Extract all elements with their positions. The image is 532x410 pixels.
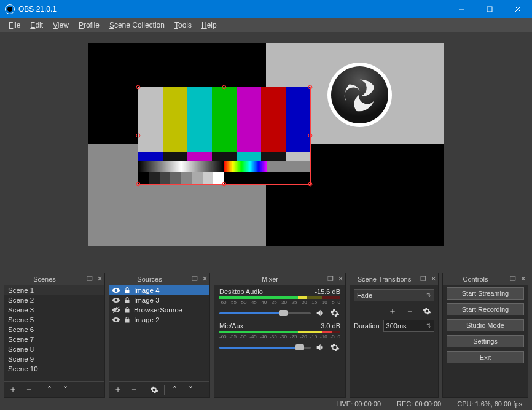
dock-title: Scene Transitions [350, 276, 418, 283]
settings-button[interactable]: Settings [447, 335, 524, 347]
channel-name: Mic/Aux [219, 322, 243, 330]
channel-settings-button[interactable] [329, 342, 340, 353]
scene-list[interactable]: Scene 1Scene 2Scene 3Scene 5Scene 6Scene… [4, 285, 104, 381]
scene-item[interactable]: Scene 5 [4, 315, 104, 325]
volume-slider[interactable] [219, 343, 311, 352]
move-scene-up-button[interactable]: ˄ [43, 384, 55, 396]
scene-item[interactable]: Scene 8 [4, 344, 104, 354]
move-scene-down-button[interactable]: ˅ [59, 384, 71, 396]
channel-settings-button[interactable] [329, 308, 340, 319]
status-cpu: CPU: 1.6%, 60.00 fps [457, 400, 522, 408]
dock-close-icon[interactable]: ✕ [428, 275, 438, 283]
dock-close-icon[interactable]: ✕ [95, 275, 104, 283]
scene-item[interactable]: Scene 9 [4, 354, 104, 364]
resize-handle[interactable] [222, 85, 227, 90]
source-label: Image 3 [134, 296, 160, 304]
dock-close-icon[interactable]: ✕ [518, 275, 528, 283]
chevron-updown-icon: ⇅ [426, 323, 431, 329]
dock-title: Mixer [214, 276, 326, 283]
menu-profile[interactable]: Profile [74, 20, 104, 31]
lock-icon[interactable] [123, 296, 131, 304]
menu-file[interactable]: File [4, 20, 25, 31]
menu-tools[interactable]: Tools [170, 20, 197, 31]
visibility-toggle-icon[interactable] [112, 296, 120, 304]
source-properties-button[interactable] [148, 384, 160, 396]
menu-scene-collection[interactable]: Scene Collection [104, 20, 170, 31]
mute-button[interactable] [315, 342, 326, 353]
studio-mode-button[interactable]: Studio Mode [447, 319, 524, 331]
dock-popout-icon[interactable]: ❐ [190, 275, 200, 283]
transition-properties-button[interactable] [421, 305, 433, 317]
resize-handle[interactable] [136, 85, 141, 90]
resize-handle[interactable] [308, 134, 313, 138]
duration-label: Duration [354, 322, 380, 330]
scene-item[interactable]: Scene 2 [4, 295, 104, 305]
source-item[interactable]: BrowserSource [109, 305, 209, 315]
visibility-toggle-icon[interactable] [112, 306, 120, 314]
visibility-toggle-icon[interactable] [112, 286, 120, 295]
remove-scene-button[interactable]: － [23, 384, 35, 396]
start-streaming-button[interactable]: Start Streaming [447, 287, 524, 300]
menu-bar: File Edit View Profile Scene Collection … [0, 18, 532, 32]
lock-icon[interactable] [123, 286, 131, 295]
menu-edit[interactable]: Edit [25, 20, 48, 31]
scene-item[interactable]: Scene 3 [4, 305, 104, 315]
move-source-up-button[interactable]: ˄ [168, 384, 181, 396]
dock-title: Sources [109, 276, 190, 283]
exit-button[interactable]: Exit [447, 351, 524, 363]
menu-help[interactable]: Help [197, 20, 222, 31]
volume-slider[interactable] [219, 309, 311, 317]
vu-meter [219, 331, 340, 333]
dock-popout-icon[interactable]: ❐ [508, 275, 518, 283]
scene-item[interactable]: Scene 1 [4, 285, 104, 295]
start-recording-button[interactable]: Start Recording [447, 303, 524, 315]
dock-popout-icon[interactable]: ❐ [85, 275, 95, 283]
mixer-channel: Desktop Audio-15.6 dB-60-55-50-45-40-35-… [214, 285, 345, 320]
window-titlebar: OBS 21.0.1 [0, 0, 532, 18]
scene-item[interactable]: Scene 7 [4, 335, 104, 344]
source-item[interactable]: Image 4 [109, 285, 209, 295]
resize-handle[interactable] [136, 182, 141, 187]
resize-handle[interactable] [308, 85, 313, 90]
svg-point-0 [7, 7, 12, 12]
menu-view[interactable]: View [48, 20, 74, 31]
dock-close-icon[interactable]: ✕ [335, 275, 345, 283]
mixer-channel: Mic/Aux-3.0 dB-60-55-50-45-40-35-30-25-2… [214, 320, 345, 354]
visibility-toggle-icon[interactable] [112, 315, 120, 324]
resize-handle[interactable] [136, 134, 141, 138]
move-source-down-button[interactable]: ˅ [184, 384, 197, 396]
add-scene-button[interactable]: ＋ [7, 384, 19, 396]
dock-close-icon[interactable]: ✕ [200, 275, 209, 283]
lock-icon[interactable] [123, 306, 131, 314]
remove-source-button[interactable]: － [128, 384, 140, 396]
window-minimize-button[interactable] [447, 0, 475, 18]
duration-spinbox[interactable]: 300ms ⇅ [383, 320, 434, 332]
selected-source-bounds[interactable] [138, 87, 310, 184]
window-maximize-button[interactable] [475, 0, 504, 18]
remove-transition-button[interactable]: － [404, 305, 416, 317]
source-item[interactable]: Image 2 [109, 315, 209, 325]
docks-row: Scenes ❐ ✕ Scene 1Scene 2Scene 3Scene 5S… [0, 273, 532, 398]
resize-handle[interactable] [222, 182, 227, 187]
channel-level: -3.0 dB [319, 322, 340, 330]
mute-button[interactable] [315, 308, 326, 319]
dock-title: Controls [443, 276, 508, 283]
scene-item[interactable]: Scene 10 [4, 364, 104, 374]
mixer-dock: Mixer ❐ ✕ Desktop Audio-15.6 dB-60-55-50… [214, 273, 346, 398]
dock-popout-icon[interactable]: ❐ [418, 275, 428, 283]
transition-selected: Fade [357, 292, 372, 299]
resize-handle[interactable] [308, 182, 313, 187]
window-close-button[interactable] [504, 0, 532, 18]
preview-area [0, 32, 532, 273]
preview-canvas[interactable] [88, 43, 444, 246]
scene-item[interactable]: Scene 6 [4, 325, 104, 335]
add-source-button[interactable]: ＋ [112, 384, 124, 396]
lock-icon[interactable] [123, 315, 131, 324]
transition-select[interactable]: Fade ⇅ [354, 289, 434, 301]
svg-rect-2 [487, 7, 492, 12]
add-transition-button[interactable]: ＋ [386, 305, 399, 317]
source-item[interactable]: Image 3 [109, 295, 209, 305]
source-list[interactable]: Image 4Image 3BrowserSourceImage 2 [109, 285, 209, 381]
dock-popout-icon[interactable]: ❐ [326, 275, 335, 283]
duration-value: 300ms [386, 322, 407, 330]
